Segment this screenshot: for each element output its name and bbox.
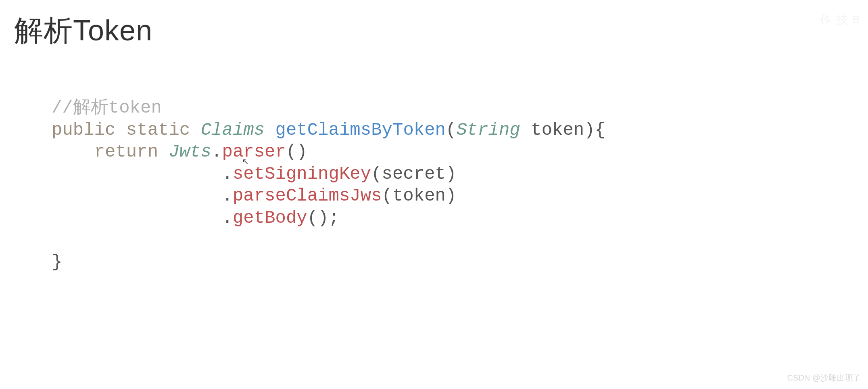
args-token: (token) xyxy=(382,186,457,206)
args-secret: (secret) xyxy=(371,164,456,184)
kw-public: public xyxy=(52,120,115,140)
watermark-text: CSDN @沙雕出现了 xyxy=(787,372,861,383)
code-comment: //解析token xyxy=(52,98,162,118)
args-empty: (); xyxy=(307,208,339,228)
call-setsigningkey: setSigningKey xyxy=(233,164,371,184)
heading-title: 解析Token xyxy=(14,11,152,50)
code-snippet: //解析token public static Claims getClaims… xyxy=(52,97,605,273)
call-getbody: getBody xyxy=(233,208,307,228)
type-claims: Claims xyxy=(201,120,265,140)
kw-return: return xyxy=(94,142,158,162)
indent xyxy=(52,142,94,162)
indent-dot: . xyxy=(52,208,233,228)
call-parser: parser xyxy=(222,142,286,162)
type-string: String xyxy=(456,120,520,140)
indent-dot: . xyxy=(52,164,233,184)
paren-open: ( xyxy=(446,120,456,140)
brace-close: } xyxy=(52,252,62,272)
parens: () xyxy=(286,142,307,162)
indent-dot: . xyxy=(52,186,233,206)
corner-watermark: 作 技 B xyxy=(820,12,861,27)
method-name: getClaimsByToken xyxy=(275,120,446,140)
dot: . xyxy=(211,142,222,162)
call-parseclaimsjws: parseClaimsJws xyxy=(233,186,382,206)
class-jwts: Jwts xyxy=(169,142,211,162)
param-token: token){ xyxy=(520,120,605,140)
kw-static: static xyxy=(126,120,190,140)
